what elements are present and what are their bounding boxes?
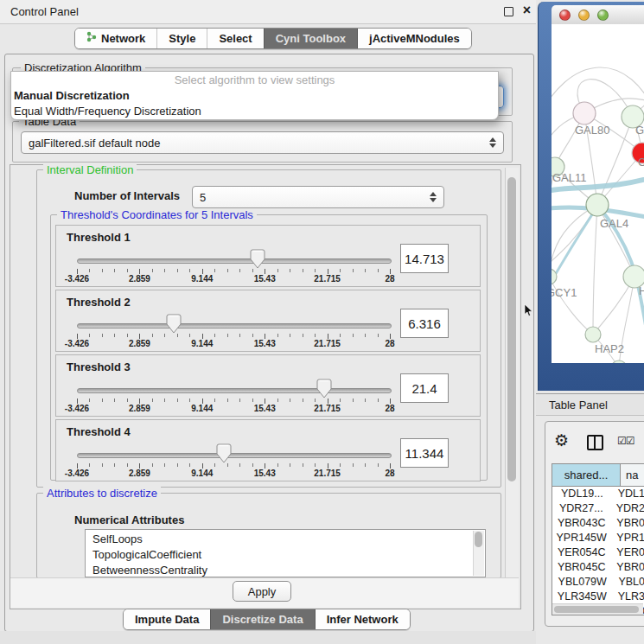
tab-impute-data[interactable]: Impute Data [124, 609, 210, 629]
table-data-selected-value: galFiltered.sif default node [29, 137, 160, 150]
cell-name: YBR0 [610, 516, 644, 531]
table-row[interactable]: YDL19...YDL1 [552, 487, 644, 501]
checkbox-columns-icon[interactable]: ☑☑ [617, 435, 634, 447]
tab-cyni-toolbox[interactable]: Cyni Toolbox [264, 29, 357, 48]
network-node[interactable] [585, 327, 601, 342]
attributes-scrollbar[interactable] [473, 531, 484, 576]
table-row[interactable]: YDR27...YDR2 [552, 501, 644, 516]
table-row[interactable]: YLR345WYLR3 [552, 590, 644, 604]
threshold-value-field[interactable]: 14.713 [400, 244, 449, 273]
table-row[interactable]: YER054CYER0 [552, 545, 644, 560]
cell-name: YDL1 [612, 487, 644, 501]
node-label: GCY1 [552, 286, 577, 299]
tab-select[interactable]: Select [207, 29, 263, 48]
column-header-name[interactable]: na [621, 464, 644, 486]
attribute-list-item[interactable]: BetweennessCentrality [92, 563, 485, 577]
apply-button[interactable]: Apply [233, 581, 291, 602]
tab-label: Select [219, 29, 252, 48]
node-label: GA [635, 124, 644, 137]
spinner-icon [430, 192, 437, 202]
minimize-window-icon[interactable] [578, 10, 590, 21]
number-of-intervals-select[interactable]: 5 [192, 186, 444, 208]
network-canvas[interactable]: GAL80GACGAL11GAL4GCY1HHAP2 [552, 24, 644, 363]
scale-label: 21.715 [314, 469, 341, 478]
algorithm-option-manual[interactable]: Manual Discretization [11, 88, 498, 104]
threshold-value-field[interactable]: 11.344 [400, 438, 449, 468]
table-row[interactable]: YBR045CYBR0 [552, 560, 644, 575]
interval-definition-group-title: Interval Definition [43, 163, 137, 176]
panel-title: Control Panel [10, 5, 79, 18]
network-view-window: GAL80GACGAL11GAL4GCY1HHAP2 [538, 2, 644, 391]
table-data-select[interactable]: galFiltered.sif default node [21, 131, 504, 154]
cell-name: YBR0 [610, 560, 644, 575]
float-window-icon[interactable] [504, 7, 513, 16]
control-panel-tabs: Network Style Select Cyni Toolbox jActiv… [74, 28, 472, 49]
app-root: Control Panel × Network Style Select Cyn… [0, 0, 644, 644]
scrollbar-thumb[interactable] [475, 532, 482, 547]
network-edge[interactable] [593, 205, 597, 335]
thresholds-group-title: Threshold's Coordinates for 5 Intervals [57, 208, 257, 221]
scale-label: 21.715 [314, 404, 341, 413]
network-window-titlebar[interactable] [552, 5, 644, 25]
network-icon [86, 29, 97, 48]
table-row[interactable]: YBL079WYBL0 [552, 575, 644, 590]
network-node[interactable] [611, 360, 627, 363]
scale-label: 9.144 [191, 339, 213, 348]
scale-label: 15.43 [254, 469, 276, 478]
attribute-list-item[interactable]: TopologicalCoefficient [92, 547, 485, 563]
cell-shared-name: YBR043C [552, 516, 610, 531]
tab-jactivemnodules[interactable]: jActiveMNodules [357, 29, 471, 48]
scale-label: 15.43 [254, 404, 276, 413]
close-icon[interactable]: × [523, 3, 531, 18]
tab-label: Discretize Data [222, 609, 303, 629]
tab-discretize-data[interactable]: Discretize Data [210, 609, 314, 629]
column-header-shared[interactable]: shared... [552, 464, 621, 486]
tab-network[interactable]: Network [75, 29, 156, 48]
algorithm-option-equal-width[interactable]: Equal Width/Frequency Discretization [11, 104, 498, 119]
table-header-row: shared... na [552, 464, 644, 487]
scale-label: 28 [385, 274, 394, 284]
network-node[interactable] [586, 194, 609, 216]
threshold-rows: Threshold 1-3.4262.8599.14415.4321.71528… [55, 225, 481, 484]
cell-shared-name: YDL19... [552, 487, 612, 501]
table-row[interactable]: YBR043CYBR0 [552, 516, 644, 531]
cell-name: YPR1 [610, 531, 644, 545]
cell-name: YLR3 [612, 590, 644, 604]
scale-label: 28 [385, 469, 394, 478]
scrollbar-thumb[interactable] [507, 177, 516, 481]
threshold-panel: Threshold 2-3.4262.8599.14415.4321.71528… [55, 290, 481, 352]
zoom-window-icon[interactable] [597, 10, 609, 21]
threshold-value-field[interactable]: 21.4 [400, 373, 449, 403]
tab-label: Infer Network [327, 609, 399, 629]
settings-scrollbar[interactable] [505, 168, 519, 604]
attribute-list-item[interactable]: SelfLoops [92, 532, 485, 547]
cell-shared-name: YDR27... [552, 501, 610, 516]
algorithm-placeholder-option[interactable]: Select algorithm to view settings [11, 72, 498, 88]
scale-label: 21.715 [314, 274, 341, 284]
number-of-intervals-label: Number of Intervals [74, 189, 180, 202]
threshold-panel: Threshold 1-3.4262.8599.14415.4321.71528… [55, 225, 481, 287]
table-horizontal-scrollbar[interactable] [552, 603, 643, 615]
numerical-attributes-list[interactable]: SelfLoopsTopologicalCoefficientBetweenne… [85, 529, 486, 577]
node-label: GAL4 [600, 217, 628, 230]
gear-icon[interactable]: ⚙ [554, 430, 569, 450]
tab-infer-network[interactable]: Infer Network [315, 609, 410, 629]
threshold-value-field[interactable]: 6.316 [400, 309, 449, 338]
table-panel-titlebar: Table Panel [536, 393, 644, 416]
scale-label: 15.43 [254, 339, 276, 348]
tab-label: Network [101, 29, 145, 48]
threshold-panel: Threshold 4-3.4262.8599.14415.4321.71528… [55, 419, 481, 481]
tab-style[interactable]: Style [156, 29, 207, 48]
cell-shared-name: YBL079W [552, 575, 612, 590]
scale-label: 2.859 [129, 274, 150, 284]
table-row[interactable]: YPR145WYPR1 [552, 531, 644, 545]
cell-shared-name: YBR045C [552, 560, 610, 575]
scrollbar-thumb[interactable] [554, 606, 639, 613]
cell-name: YBL0 [612, 575, 644, 590]
close-window-icon[interactable] [559, 10, 571, 21]
columns-icon[interactable] [587, 435, 603, 450]
network-node[interactable] [573, 102, 596, 124]
cell-name: YDR2 [610, 501, 644, 516]
tab-label: Impute Data [135, 609, 199, 629]
node-label: H [639, 284, 644, 297]
